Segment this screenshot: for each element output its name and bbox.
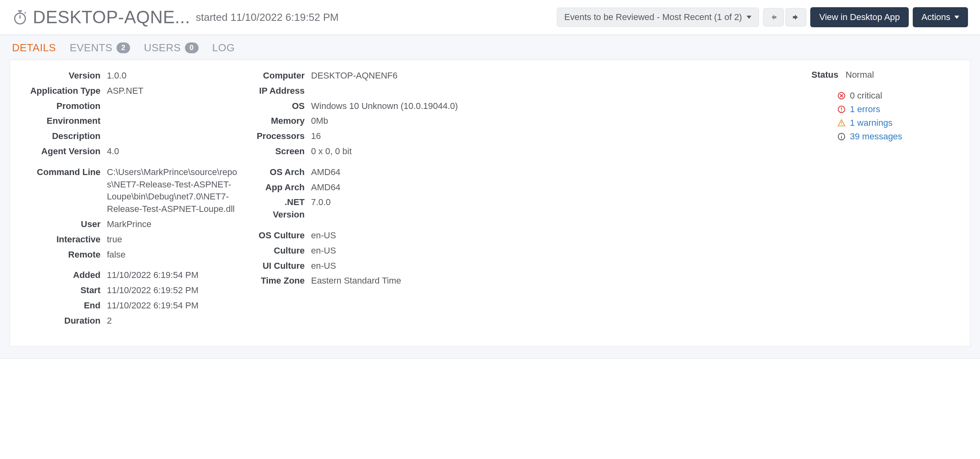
- memory-value: 0Mb: [311, 115, 461, 127]
- os-label: OS: [253, 100, 305, 113]
- timezone-value: Eastern Standard Time: [311, 275, 461, 287]
- stopwatch-icon: [12, 9, 28, 25]
- tab-events[interactable]: EVENTS 2: [70, 42, 131, 54]
- netversion-value: 7.0.0: [311, 196, 461, 221]
- actions-label: Actions: [922, 12, 950, 22]
- apparch-value: AMD64: [311, 181, 461, 194]
- added-value: 11/10/2022 6:19:54 PM: [107, 269, 241, 282]
- agentversion-value: 4.0: [107, 145, 241, 158]
- apptype-label: Application Type: [24, 85, 100, 97]
- ipaddress-value: [311, 85, 461, 97]
- tab-users[interactable]: USERS 0: [144, 42, 199, 54]
- version-link[interactable]: 1.0.0: [107, 70, 241, 82]
- page-title: DESKTOP-AQNE...: [33, 7, 190, 27]
- tab-users-label: USERS: [144, 42, 181, 54]
- computer-label: Computer: [253, 70, 305, 82]
- osculture-label: OS Culture: [253, 230, 305, 242]
- description-label: Description: [24, 130, 100, 143]
- commandline-label: Command Line: [24, 166, 100, 215]
- status-label: Status: [811, 70, 838, 80]
- warnings-count: 1 warnings: [850, 118, 892, 128]
- prev-button[interactable]: [763, 8, 784, 26]
- netversion-label: .NET Version: [253, 196, 305, 221]
- users-count-badge: 0: [185, 42, 199, 53]
- status-warnings[interactable]: 1 warnings: [837, 118, 948, 128]
- info-icon: [837, 132, 846, 141]
- apptype-value: ASP.NET: [107, 85, 241, 97]
- agentversion-label: Agent Version: [24, 145, 100, 158]
- screen-value: 0 x 0, 0 bit: [311, 145, 461, 158]
- start-label: Start: [24, 284, 100, 297]
- details-panel: Version1.0.0 Application TypeASP.NET Pro…: [10, 60, 970, 346]
- osarch-label: OS Arch: [253, 166, 305, 179]
- svg-point-0: [15, 13, 26, 24]
- ipaddress-label: IP Address: [253, 85, 305, 97]
- critical-count: 0 critical: [850, 91, 882, 101]
- memory-label: Memory: [253, 115, 305, 127]
- next-button[interactable]: [785, 8, 806, 26]
- osarch-value: AMD64: [311, 166, 461, 179]
- messages-count: 39 messages: [850, 131, 902, 142]
- description-value: [107, 130, 241, 143]
- osculture-value: en-US: [311, 230, 461, 242]
- svg-point-12: [841, 125, 842, 125]
- user-value: MarkPrince: [107, 218, 241, 231]
- svg-point-14: [841, 135, 842, 135]
- end-value: 11/10/2022 6:19:54 PM: [107, 300, 241, 312]
- commandline-value: C:\Users\MarkPrince\source\repos\NET7-Re…: [107, 166, 241, 215]
- computer-link[interactable]: DESKTOP-AQNENF6: [311, 70, 461, 82]
- environment-label: Environment: [24, 115, 100, 127]
- error-icon: [837, 105, 846, 114]
- duration-value: 2: [107, 315, 241, 327]
- duration-label: Duration: [24, 315, 100, 327]
- status-value: Normal: [845, 70, 874, 80]
- end-label: End: [24, 300, 100, 312]
- caret-down-icon: [747, 16, 751, 19]
- svg-line-4: [25, 12, 26, 14]
- tab-log[interactable]: LOG: [212, 42, 235, 54]
- added-label: Added: [24, 269, 100, 282]
- errors-count: 1 errors: [850, 104, 880, 115]
- promotion-value: [107, 100, 241, 113]
- uiculture-label: UI Culture: [253, 260, 305, 272]
- environment-value: [107, 115, 241, 127]
- screen-label: Screen: [253, 145, 305, 158]
- interactive-label: Interactive: [24, 234, 100, 246]
- view-in-desktop-button[interactable]: View in Desktop App: [810, 7, 908, 27]
- version-label: Version: [24, 70, 100, 82]
- user-label: User: [24, 218, 100, 231]
- apparch-label: App Arch: [253, 181, 305, 194]
- events-filter-dropdown[interactable]: Events to be Reviewed - Most Recent (1 o…: [557, 8, 759, 27]
- promotion-label: Promotion: [24, 100, 100, 113]
- status-messages[interactable]: 39 messages: [837, 131, 948, 142]
- tab-details[interactable]: DETAILS: [12, 42, 56, 54]
- uiculture-value: en-US: [311, 260, 461, 272]
- timezone-label: Time Zone: [253, 275, 305, 287]
- culture-label: Culture: [253, 245, 305, 257]
- culture-value: en-US: [311, 245, 461, 257]
- critical-icon: [837, 91, 846, 100]
- actions-dropdown[interactable]: Actions: [913, 7, 968, 27]
- status-errors[interactable]: 1 errors: [837, 104, 948, 115]
- remote-value: false: [107, 249, 241, 261]
- warning-icon: [837, 119, 846, 127]
- processors-value: 16: [311, 130, 461, 143]
- start-value: 11/10/2022 6:19:52 PM: [107, 284, 241, 297]
- svg-point-10: [841, 111, 842, 111]
- events-count-badge: 2: [116, 42, 131, 53]
- os-value: Windows 10 Unknown (10.0.19044.0): [311, 100, 461, 113]
- dropdown-label: Events to be Reviewed - Most Recent (1 o…: [564, 12, 742, 22]
- remote-label: Remote: [24, 249, 100, 261]
- tab-events-label: EVENTS: [70, 42, 112, 54]
- processors-label: Processors: [253, 130, 305, 143]
- status-critical: 0 critical: [837, 91, 948, 101]
- session-start-subtitle: started 11/10/2022 6:19:52 PM: [196, 11, 339, 24]
- caret-down-icon: [954, 16, 959, 19]
- interactive-value: true: [107, 234, 241, 246]
